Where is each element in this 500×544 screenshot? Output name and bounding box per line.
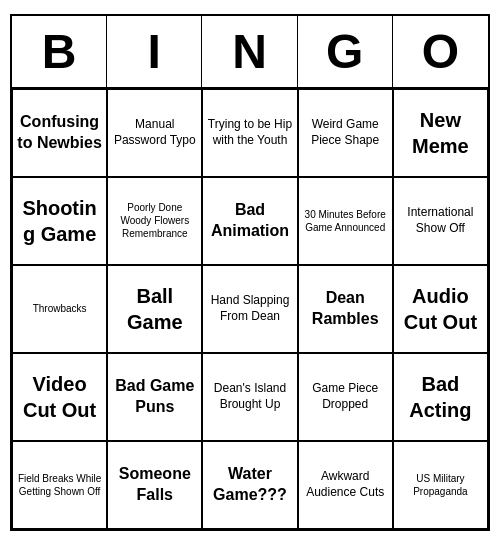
bingo-cell-22: Water Game??? [202,441,297,529]
bingo-header: BINGO [12,16,488,89]
bingo-cell-11: Ball Game [107,265,202,353]
bingo-cell-1: Manual Password Typo [107,89,202,177]
bingo-cell-9: International Show Off [393,177,488,265]
bingo-cell-19: Bad Acting [393,353,488,441]
bingo-letter-i: I [107,16,202,87]
bingo-letter-o: O [393,16,488,87]
bingo-cell-10: Throwbacks [12,265,107,353]
bingo-cell-4: New Meme [393,89,488,177]
bingo-cell-7: Bad Animation [202,177,297,265]
bingo-cell-20: Field Breaks While Getting Shown Off [12,441,107,529]
bingo-cell-3: Weird Game Piece Shape [298,89,393,177]
bingo-card: BINGO Confusing to NewbiesManual Passwor… [10,14,490,531]
bingo-cell-12: Hand Slapping From Dean [202,265,297,353]
bingo-cell-2: Trying to be Hip with the Youth [202,89,297,177]
bingo-cell-18: Game Piece Dropped [298,353,393,441]
bingo-letter-g: G [298,16,393,87]
bingo-cell-15: Video Cut Out [12,353,107,441]
bingo-cell-16: Bad Game Puns [107,353,202,441]
bingo-letter-n: N [202,16,297,87]
bingo-grid: Confusing to NewbiesManual Password Typo… [12,89,488,529]
bingo-cell-24: US Military Propaganda [393,441,488,529]
bingo-cell-6: Poorly Done Woody Flowers Remembrance [107,177,202,265]
bingo-cell-5: Shooting Game [12,177,107,265]
bingo-cell-17: Dean's Island Brought Up [202,353,297,441]
bingo-letter-b: B [12,16,107,87]
bingo-cell-8: 30 Minutes Before Game Announced [298,177,393,265]
bingo-cell-21: Someone Falls [107,441,202,529]
bingo-cell-14: Audio Cut Out [393,265,488,353]
bingo-cell-13: Dean Rambles [298,265,393,353]
bingo-cell-23: Awkward Audience Cuts [298,441,393,529]
bingo-cell-0: Confusing to Newbies [12,89,107,177]
